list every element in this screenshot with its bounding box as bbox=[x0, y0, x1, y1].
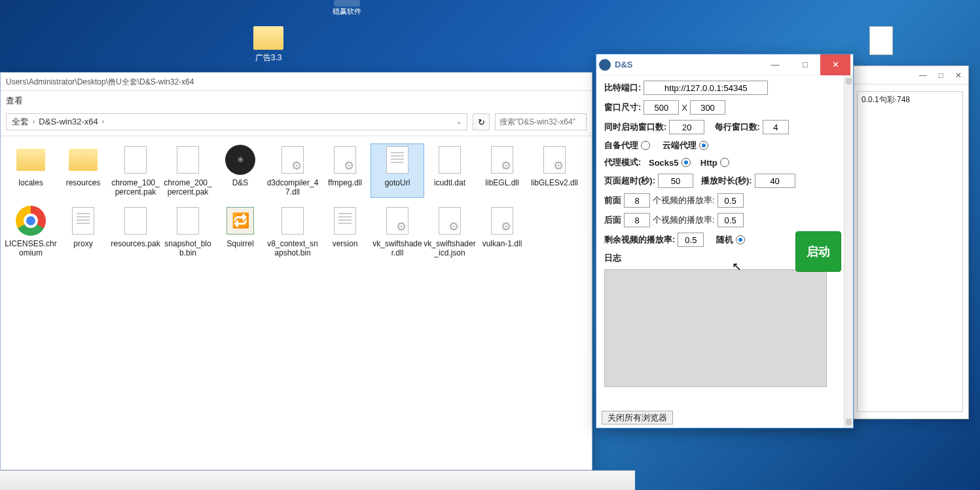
desktop-folder[interactable]: 广告3.3 bbox=[242, 26, 295, 64]
menu-view[interactable]: 查看 bbox=[6, 96, 23, 105]
per-row-input[interactable] bbox=[763, 120, 789, 134]
file-item[interactable]: libEGL.dll bbox=[476, 144, 528, 197]
file-item[interactable]: chrome_100_percent.pak bbox=[109, 144, 162, 197]
folder-icon bbox=[15, 144, 46, 176]
back-n-input[interactable] bbox=[624, 213, 650, 227]
explorer-window: Users\Administrator\Desktop\撸U全套\D&S-win… bbox=[0, 72, 592, 470]
dll-icon bbox=[434, 205, 465, 236]
maximize-icon[interactable]: □ bbox=[939, 71, 943, 80]
file-label: resources.pak bbox=[109, 239, 162, 248]
file-label: libGLESv2.dll bbox=[528, 178, 581, 187]
file-label: icudtl.dat bbox=[424, 178, 476, 187]
maximize-button[interactable]: □ bbox=[790, 54, 820, 75]
desktop-icon[interactable]: 稳赢软件 bbox=[321, 0, 373, 16]
chrome-icon bbox=[15, 205, 46, 236]
explorer-menubar: 查看 bbox=[1, 91, 592, 111]
file-item[interactable]: proxy bbox=[57, 205, 109, 258]
pak-icon bbox=[172, 205, 204, 236]
file-item[interactable]: vk_swiftshader.dll bbox=[371, 205, 424, 258]
label-play-time: 播放时长(秒): bbox=[701, 175, 752, 187]
file-label: gotoUrl bbox=[371, 178, 424, 187]
chevron-right-icon: › bbox=[102, 113, 104, 130]
self-proxy-radio[interactable] bbox=[641, 141, 650, 150]
file-item[interactable]: LICENSES.chromium bbox=[5, 205, 57, 258]
notepad-titlebar[interactable]: — □ ✕ bbox=[852, 66, 968, 85]
file-item[interactable]: chrome_200_percent.pak bbox=[162, 144, 214, 197]
page-timeout-input[interactable] bbox=[658, 174, 693, 188]
start-count-input[interactable] bbox=[669, 120, 704, 134]
document-icon bbox=[869, 26, 893, 55]
file-item[interactable]: locales bbox=[5, 144, 57, 197]
taskbar[interactable] bbox=[0, 470, 635, 490]
file-label: chrome_200_percent.pak bbox=[162, 178, 214, 197]
file-item[interactable]: snapshot_blob.bin bbox=[162, 205, 214, 258]
play-time-input[interactable] bbox=[755, 174, 795, 188]
ds-titlebar[interactable]: D&S — □ ✕ bbox=[596, 54, 853, 75]
front-n-input[interactable] bbox=[624, 193, 650, 208]
app-gear-icon bbox=[599, 59, 611, 71]
file-item[interactable]: ⚛D&S bbox=[214, 144, 266, 197]
label-front: 前面 bbox=[604, 195, 621, 206]
file-item[interactable]: vulkan-1.dll bbox=[476, 205, 528, 258]
ds-title: D&S bbox=[615, 60, 760, 69]
port-url-input[interactable] bbox=[644, 81, 768, 95]
label-start-count: 同时启动窗口数: bbox=[604, 121, 666, 133]
file-item[interactable]: d3dcompiler_47.dll bbox=[266, 144, 319, 197]
notepad-textarea[interactable]: 0.0.1句彩·748 bbox=[857, 91, 963, 412]
log-textarea[interactable] bbox=[604, 269, 827, 387]
file-label: chrome_100_percent.pak bbox=[109, 178, 162, 197]
breadcrumb[interactable]: 全套 › D&S-win32-x64 › ⌄ bbox=[6, 113, 467, 130]
remain-rate-input[interactable] bbox=[678, 233, 704, 247]
file-label: ffmpeg.dll bbox=[319, 178, 371, 187]
chevron-down-icon[interactable]: ⌄ bbox=[456, 113, 462, 130]
close-button[interactable]: ✕ bbox=[820, 54, 850, 75]
dll-icon bbox=[382, 205, 413, 236]
minimize-icon[interactable]: — bbox=[919, 71, 927, 80]
file-label: vk_swiftshader_icd.json bbox=[424, 239, 476, 258]
txt-icon bbox=[67, 205, 99, 236]
desktop-bg: 稳赢软件 广告3.3 — □ ✕ 0.0.1句彩·748 Users\Admin… bbox=[0, 0, 980, 490]
file-label: resources bbox=[57, 178, 109, 187]
file-label: D&S bbox=[214, 178, 266, 187]
desktop-document[interactable] bbox=[855, 26, 907, 58]
dll-icon bbox=[539, 144, 570, 176]
http-radio[interactable] bbox=[720, 158, 729, 167]
notepad-window: — □ ✕ 0.0.1句彩·748 bbox=[851, 66, 969, 419]
label-port: 比特端口: bbox=[604, 82, 641, 94]
file-label: vulkan-1.dll bbox=[476, 239, 528, 248]
random-radio[interactable] bbox=[736, 235, 745, 244]
file-item[interactable]: resources.pak bbox=[109, 205, 162, 258]
back-rate-input[interactable] bbox=[717, 213, 744, 227]
label-per-row: 每行窗口数: bbox=[715, 121, 760, 133]
file-item[interactable]: ffmpeg.dll bbox=[319, 144, 371, 197]
breadcrumb-seg[interactable]: D&S-win32-x64 bbox=[39, 113, 98, 130]
pak-icon bbox=[172, 144, 204, 176]
dll-icon bbox=[277, 144, 308, 176]
front-rate-input[interactable] bbox=[717, 193, 744, 208]
label-rate-suffix: 个视频的播放率: bbox=[653, 195, 715, 206]
file-label: version bbox=[319, 239, 371, 248]
ds-app-window: D&S — □ ✕ 比特端口: 窗口尺寸: X 同时启动窗口数: 每行窗口数: bbox=[596, 54, 854, 428]
win-height-input[interactable] bbox=[690, 100, 725, 115]
win-width-input[interactable] bbox=[644, 100, 679, 115]
file-item[interactable]: version bbox=[319, 205, 371, 258]
start-button[interactable]: 启动 bbox=[795, 231, 841, 272]
label-log: 日志 bbox=[604, 252, 621, 264]
minimize-button[interactable]: — bbox=[760, 54, 790, 75]
explorer-titlebar[interactable]: Users\Administrator\Desktop\撸U全套\D&S-win… bbox=[1, 73, 592, 91]
file-item[interactable]: 🔁Squirrel bbox=[214, 205, 266, 258]
close-all-browsers-button[interactable]: 关闭所有浏览器 bbox=[602, 411, 673, 424]
refresh-button[interactable]: ↻ bbox=[473, 113, 490, 130]
breadcrumb-seg[interactable]: 全套 bbox=[12, 113, 29, 130]
file-item[interactable]: resources bbox=[57, 144, 109, 197]
file-item[interactable]: icudtl.dat bbox=[424, 144, 476, 197]
close-icon[interactable]: ✕ bbox=[955, 71, 962, 80]
cloud-proxy-radio[interactable] bbox=[699, 141, 708, 150]
file-item[interactable]: gotoUrl bbox=[371, 144, 424, 197]
file-item[interactable]: libGLESv2.dll bbox=[528, 144, 581, 197]
socks5-radio[interactable] bbox=[681, 158, 691, 167]
search-input[interactable] bbox=[495, 113, 587, 130]
file-item[interactable]: vk_swiftshader_icd.json bbox=[424, 205, 476, 258]
label-rate-suffix: 个视频的播放率: bbox=[653, 214, 715, 226]
file-item[interactable]: v8_context_snapshot.bin bbox=[266, 205, 319, 258]
